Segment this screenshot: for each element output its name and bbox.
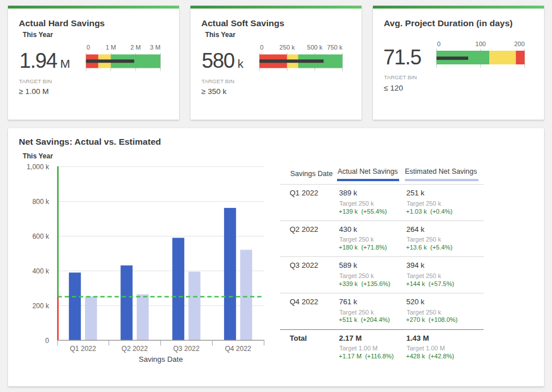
svg-text:200 k: 200 k xyxy=(33,302,50,310)
svg-text:2 M: 2 M xyxy=(131,44,141,51)
svg-text:500 k: 500 k xyxy=(307,44,323,51)
svg-text:0: 0 xyxy=(437,40,441,47)
svg-text:600 k: 600 k xyxy=(33,232,50,240)
svg-text:Savings Date: Savings Date xyxy=(139,355,182,364)
svg-text:250 k: 250 k xyxy=(279,44,295,51)
svg-text:1,000 k: 1,000 k xyxy=(27,163,50,171)
svg-text:Q2 2022: Q2 2022 xyxy=(121,345,148,353)
svg-text:Q4 2022: Q4 2022 xyxy=(225,345,251,353)
svg-text:Q1 2022: Q1 2022 xyxy=(70,345,96,353)
svg-text:0: 0 xyxy=(45,337,49,345)
svg-text:800 k: 800 k xyxy=(33,198,50,206)
svg-text:0: 0 xyxy=(260,44,263,51)
svg-text:0: 0 xyxy=(87,44,90,51)
svg-text:400 k: 400 k xyxy=(33,267,50,275)
svg-text:1 M: 1 M xyxy=(105,44,116,51)
svg-text:Q3 2022: Q3 2022 xyxy=(173,345,200,353)
svg-text:100: 100 xyxy=(476,40,486,47)
svg-text:200: 200 xyxy=(514,40,525,47)
svg-text:3 M: 3 M xyxy=(150,44,160,51)
svg-text:750 k: 750 k xyxy=(327,44,343,51)
